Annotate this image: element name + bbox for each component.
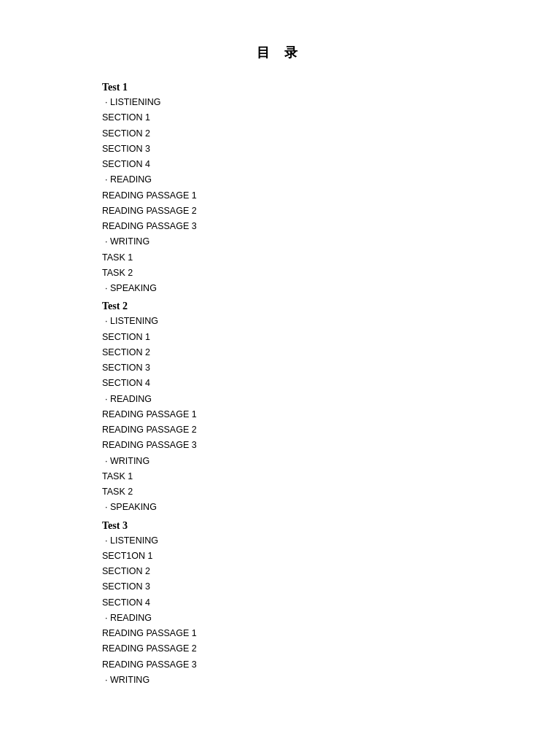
section-item-test2-9: WRITING (102, 454, 502, 469)
section-item-test1-1: SECTION 1 (102, 110, 502, 125)
test-heading-test3: Test 3 (102, 520, 502, 532)
section-item-test3-3: SECTION 3 (102, 579, 502, 595)
test-heading-test2: Test 2 (102, 301, 502, 312)
toc-content: Test 1LISTIENINGSECTION 1SECTION 2SECTIO… (102, 82, 502, 688)
section-item-test2-0: LISTENING (102, 314, 502, 329)
section-item-test3-8: READING PASSAGE 3 (102, 657, 502, 673)
section-item-test1-2: SECTION 2 (102, 126, 502, 142)
section-item-test1-5: READING (102, 172, 502, 187)
page: 目 录 Test 1LISTIENINGSECTION 1SECTION 2SE… (0, 0, 560, 732)
section-item-test2-12: SPEAKING (102, 500, 502, 515)
section-item-test1-11: TASK 2 (102, 266, 502, 281)
section-item-test3-0: LISTENING (102, 533, 502, 549)
section-item-test3-9: WRITING (102, 673, 502, 688)
section-item-test1-12: SPEAKING (102, 281, 502, 296)
section-item-test2-2: SECTION 2 (102, 345, 502, 360)
section-item-test2-4: SECTION 4 (102, 376, 502, 391)
section-item-test2-7: READING PASSAGE 2 (102, 422, 502, 438)
section-item-test1-6: READING PASSAGE 1 (102, 188, 502, 204)
test-heading-test1: Test 1 (102, 82, 502, 93)
section-item-test3-5: READING (102, 611, 502, 626)
section-item-test1-0: LISTIENING (102, 95, 502, 110)
section-item-test2-5: READING (102, 392, 502, 407)
section-item-test1-4: SECTION 4 (102, 157, 502, 172)
section-item-test3-6: READING PASSAGE 1 (102, 626, 502, 641)
section-item-test2-11: TASK 2 (102, 484, 502, 500)
section-item-test1-8: READING PASSAGE 3 (102, 219, 502, 234)
section-item-test1-9: WRITING (102, 234, 502, 249)
section-item-test2-10: TASK 1 (102, 469, 502, 484)
section-item-test2-8: READING PASSAGE 3 (102, 438, 502, 453)
section-item-test3-7: READING PASSAGE 2 (102, 641, 502, 657)
section-item-test3-4: SECTION 4 (102, 595, 502, 611)
section-item-test1-10: TASK 1 (102, 250, 502, 266)
section-item-test1-3: SECTION 3 (102, 142, 502, 157)
section-item-test1-7: READING PASSAGE 2 (102, 204, 502, 219)
section-item-test2-3: SECTION 3 (102, 360, 502, 376)
section-item-test2-1: SECTION 1 (102, 330, 502, 345)
section-item-test3-1: SECT1ON 1 (102, 549, 502, 564)
section-item-test2-6: READING PASSAGE 1 (102, 407, 502, 422)
section-item-test3-2: SECTION 2 (102, 564, 502, 579)
page-title: 目 录 (58, 44, 502, 61)
